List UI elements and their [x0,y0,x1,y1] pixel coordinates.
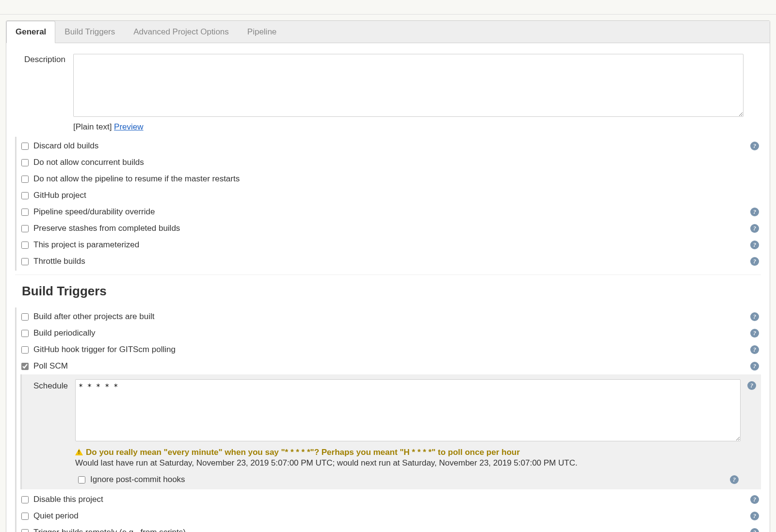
disable-project-label[interactable]: Disable this project [33,495,760,504]
schedule-warning-text: Do you really mean "every minute" when y… [86,448,520,457]
tab-build-triggers[interactable]: Build Triggers [55,21,124,43]
no-concurrent-checkbox[interactable] [21,159,29,166]
no-resume-label[interactable]: Do not allow the pipeline to resume if t… [33,174,760,184]
general-options-block: Discard old builds ? Do not allow concur… [15,137,761,271]
description-format-label: [Plain text] [73,122,112,131]
preview-link[interactable]: Preview [114,122,143,131]
github-project-label[interactable]: GitHub project [33,191,760,200]
quiet-period-label[interactable]: Quiet period [33,511,760,521]
schedule-info-text: Would last have run at Saturday, Novembe… [75,458,741,468]
tab-advanced-project-options[interactable]: Advanced Project Options [124,21,238,43]
preserve-stashes-checkbox[interactable] [21,225,29,232]
help-icon[interactable]: ? [750,224,759,233]
github-hook-label[interactable]: GitHub hook trigger for GITScm polling [33,345,760,355]
throttle-builds-label[interactable]: Throttle builds [33,257,760,266]
help-icon[interactable]: ? [750,142,759,150]
build-after-checkbox[interactable] [21,313,29,321]
github-project-checkbox[interactable] [21,192,29,199]
tab-pipeline[interactable]: Pipeline [238,21,286,43]
disable-project-checkbox[interactable] [21,496,29,503]
preserve-stashes-label[interactable]: Preserve stashes from completed builds [33,224,760,233]
speed-durability-label[interactable]: Pipeline speed/durability override [33,207,760,217]
ignore-post-commit-hooks-label[interactable]: Ignore post-commit hooks [90,475,185,484]
schedule-label: Schedule [27,379,75,391]
config-content: Description [Plain text] Preview Discard… [6,43,770,532]
description-label: Description [15,54,73,64]
trigger-remote-label[interactable]: Trigger builds remotely (e.g., from scri… [33,528,760,532]
schedule-textarea[interactable] [75,379,741,441]
more-options-block: Disable this project ? Quiet period ? Tr… [15,490,761,532]
build-periodically-checkbox[interactable] [21,330,29,337]
help-icon[interactable]: ? [730,475,739,484]
help-icon[interactable]: ? [750,362,759,371]
poll-scm-label[interactable]: Poll SCM [33,361,760,371]
speed-durability-checkbox[interactable] [21,209,29,216]
no-resume-checkbox[interactable] [21,176,29,183]
description-row: Description [Plain text] Preview [15,54,761,132]
help-icon[interactable]: ? [750,208,759,216]
quiet-period-checkbox[interactable] [21,513,29,520]
ignore-post-commit-hooks-checkbox[interactable] [78,476,85,484]
build-triggers-block: Build after other projects are built ? B… [15,307,761,490]
top-strip [0,0,776,15]
discard-old-builds-label[interactable]: Discard old builds [33,141,760,151]
help-icon[interactable]: ? [750,312,759,321]
help-icon[interactable]: ? [750,345,759,354]
config-panel: General Build Triggers Advanced Project … [6,20,770,532]
discard-old-builds-checkbox[interactable] [21,143,29,150]
warning-icon [75,449,83,455]
help-icon[interactable]: ? [750,329,759,338]
help-icon[interactable]: ? [747,381,756,390]
help-icon[interactable]: ? [750,257,759,266]
poll-scm-checkbox[interactable] [21,363,29,370]
help-icon[interactable]: ? [750,241,759,249]
parameterized-label[interactable]: This project is parameterized [33,240,760,250]
parameterized-checkbox[interactable] [21,242,29,249]
help-icon[interactable]: ? [750,495,759,504]
poll-scm-schedule-block: Schedule Do you really mean "every minut… [20,374,761,489]
tab-general[interactable]: General [6,21,55,43]
help-icon[interactable]: ? [750,512,759,520]
description-textarea[interactable] [73,54,744,117]
build-after-label[interactable]: Build after other projects are built [33,312,760,322]
no-concurrent-label[interactable]: Do not allow concurrent builds [33,158,760,167]
build-periodically-label[interactable]: Build periodically [33,328,760,338]
throttle-builds-checkbox[interactable] [21,258,29,265]
trigger-remote-checkbox[interactable] [21,529,29,532]
build-triggers-heading: Build Triggers [15,274,761,303]
config-tabs: General Build Triggers Advanced Project … [6,21,770,43]
github-hook-checkbox[interactable] [21,346,29,354]
